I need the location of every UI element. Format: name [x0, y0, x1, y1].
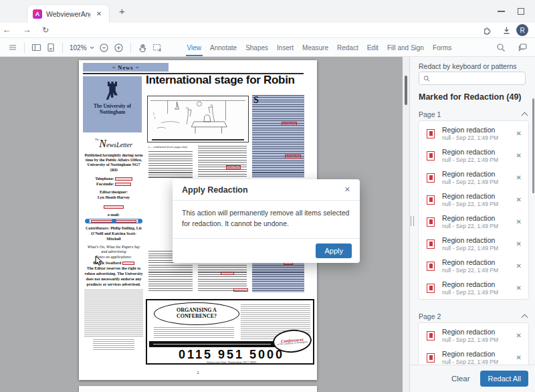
remove-item-icon[interactable] — [516, 130, 522, 137]
back-icon[interactable] — [1, 25, 12, 35]
remove-item-icon[interactable] — [516, 152, 522, 159]
pan-tool-icon[interactable] — [135, 40, 150, 55]
browser-tab-strip: WebviewerAngular — [0, 0, 535, 23]
region-redaction-icon — [427, 129, 435, 138]
remove-item-icon[interactable] — [516, 240, 522, 248]
zoom-in-button[interactable] — [112, 40, 126, 55]
extensions-icon[interactable] — [480, 24, 492, 36]
tab-title: WebviewerAngular — [46, 10, 90, 18]
column4-highlighted-text[interactable] — [252, 95, 304, 177]
remove-item-icon[interactable] — [516, 174, 522, 181]
zoom-level-dropdown[interactable]: 102% — [70, 44, 94, 52]
region-redaction-icon — [427, 217, 435, 227]
tab-forms[interactable]: Forms — [433, 39, 451, 56]
redaction-list-item[interactable]: Region redactionnull - Sep 22, 1:49 PM — [419, 211, 528, 233]
redact-all-button[interactable]: Redact All — [480, 371, 528, 387]
redaction-mark[interactable] — [115, 183, 131, 186]
redaction-list-item[interactable]: Region redactionnull - Sep 22, 1:49 PM — [419, 277, 528, 299]
window-minimize-button[interactable] — [498, 11, 505, 12]
tab-annotate[interactable]: Annotate — [210, 39, 237, 56]
remove-item-icon[interactable] — [516, 284, 522, 292]
page-controls-icon[interactable] — [43, 40, 58, 55]
remove-item-icon[interactable] — [516, 354, 522, 361]
selection-handle[interactable] — [85, 219, 90, 223]
notes-panel-icon[interactable] — [515, 40, 530, 55]
page-1-group-header[interactable]: Page 1 — [419, 110, 527, 118]
remove-item-icon[interactable] — [516, 218, 522, 225]
search-icon[interactable] — [494, 40, 508, 55]
redaction-list-item[interactable]: Region redactionnull - Sep 22, 1:49 PM — [419, 255, 528, 277]
panel-footer: Clear Redact All — [410, 365, 535, 392]
chevron-up-icon[interactable] — [522, 314, 528, 321]
selection-handle[interactable] — [138, 219, 142, 223]
menu-icon[interactable] — [5, 40, 20, 55]
redaction-mark[interactable]: Robin Hood — [282, 122, 297, 126]
marquee-select-icon[interactable] — [150, 40, 165, 55]
page-2-group-header[interactable]: Page 2 — [419, 312, 527, 320]
newsletter-left-column: TheNewsLetter Published fortnightly duri… — [84, 138, 143, 350]
redaction-mark[interactable] — [221, 272, 234, 275]
tab-redact[interactable]: Redact — [337, 39, 358, 56]
page-2-card: Region redactionnull - Sep 22, 1:49 PM R… — [418, 322, 529, 371]
redaction-mark[interactable] — [233, 288, 248, 292]
apply-redaction-modal: Apply Redaction This action will permane… — [173, 179, 360, 263]
chevron-up-icon[interactable] — [522, 112, 528, 119]
left-column-body-text — [84, 290, 143, 336]
apply-button[interactable]: Apply — [316, 243, 352, 258]
redaction-mark[interactable] — [115, 177, 132, 181]
group-label: Page 2 — [419, 312, 441, 320]
zoom-out-button[interactable] — [97, 40, 112, 55]
region-redaction-icon — [427, 173, 435, 183]
tab-measure[interactable]: Measure — [302, 39, 328, 56]
tab-shapes[interactable]: Shapes — [245, 39, 268, 56]
window-maximize-button[interactable] — [518, 8, 524, 15]
panel-resize-handle[interactable] — [411, 216, 414, 226]
redaction-list-item[interactable]: Region redactionnull - Sep 22, 1:49 PM — [419, 167, 528, 189]
document-scrollbar-thumb[interactable] — [405, 76, 407, 105]
redaction-list-item[interactable]: Region redactionnull - Sep 22, 1:49 PM — [419, 324, 528, 347]
tab-view[interactable]: View — [187, 39, 202, 56]
editor-name: Lyn Heath-Harvey — [84, 195, 143, 200]
redaction-panel: Redact by keyboard or patterns Marked fo… — [409, 57, 535, 392]
tab-edit[interactable]: Edit — [367, 39, 379, 56]
whats-on-text: What's On, What the Papers Say and adver… — [84, 245, 143, 256]
redaction-list-item[interactable]: Region redactionnull - Sep 22, 1:49 PM — [419, 122, 528, 144]
redaction-search-box[interactable] — [419, 72, 526, 85]
disclaimer-text: The Editor reserves the right to refuse … — [84, 266, 143, 287]
angular-favicon-icon — [33, 9, 42, 19]
tab-close-icon[interactable] — [94, 10, 104, 17]
modal-close-icon[interactable] — [344, 185, 350, 194]
facsimile-line: Facsimile: — [84, 181, 143, 187]
ad-address: (University Park, Nottingham NG7 2RD) — [147, 361, 316, 364]
profile-avatar[interactable]: R — [516, 24, 528, 36]
clear-button[interactable]: Clear — [451, 375, 469, 383]
forward-icon[interactable] — [21, 25, 32, 35]
marked-for-redaction-heading: Marked for Redaction (49) — [419, 92, 522, 102]
remove-item-icon[interactable] — [516, 262, 522, 270]
new-tab-button[interactable] — [119, 5, 125, 17]
redaction-mark[interactable]: Robin Hood — [285, 155, 301, 159]
redaction-mark[interactable] — [122, 262, 134, 265]
modal-title: Apply Redaction — [182, 185, 248, 195]
redaction-mark[interactable]: Robin Hood — [226, 165, 241, 169]
redaction-list-item[interactable]: Region redactionnull - Sep 22, 1:49 PM — [419, 233, 528, 255]
redaction-list-item[interactable]: Region redactionnull - Sep 22, 1:49 PM — [419, 144, 528, 167]
newsletter-masthead: TheNewsLetter — [84, 138, 143, 150]
remove-item-icon[interactable] — [516, 332, 522, 339]
document-scrollbar[interactable] — [403, 57, 409, 392]
left-panel-toggle-icon[interactable] — [29, 40, 43, 55]
tab-insert[interactable]: Insert — [277, 39, 294, 56]
tab-fill-and-sign[interactable]: Fill and Sign — [387, 39, 424, 56]
browser-window: WebviewerAngular localhost:4200 — [0, 0, 535, 392]
search-input[interactable] — [433, 75, 521, 82]
downloads-icon[interactable] — [500, 24, 512, 36]
reload-icon[interactable] — [40, 25, 51, 35]
chevron-down-icon — [90, 46, 94, 50]
selected-redaction-annotation[interactable] — [87, 219, 140, 223]
ribbon-tabs: View Annotate Shapes Insert Measure Reda… — [187, 39, 452, 56]
redaction-mark[interactable] — [104, 205, 124, 209]
panel-scrollbar-thumb[interactable] — [532, 98, 534, 193]
redaction-list-item[interactable]: Region redactionnull - Sep 22, 1:49 PM — [419, 189, 528, 211]
remove-item-icon[interactable] — [516, 196, 522, 203]
browser-tab[interactable]: WebviewerAngular — [27, 4, 110, 23]
